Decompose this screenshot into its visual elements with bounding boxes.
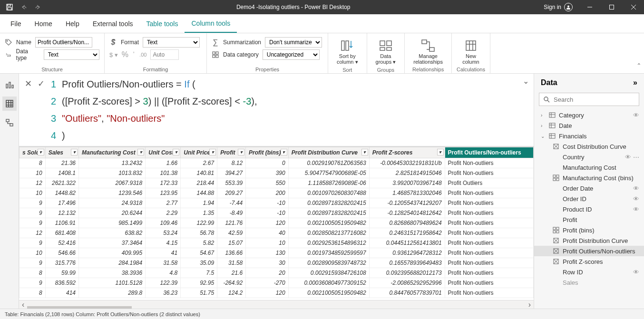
- cell[interactable]: 5.90477547900689E-05: [288, 168, 369, 178]
- cell[interactable]: 9: [20, 238, 46, 248]
- cell[interactable]: 1.46857813302046: [369, 188, 445, 198]
- cell[interactable]: 0.0445112561413801: [369, 238, 445, 248]
- cell[interactable]: 9: [20, 258, 46, 268]
- cell[interactable]: 10: [20, 168, 46, 178]
- cell[interactable]: -270: [246, 278, 289, 288]
- cell[interactable]: 1.94: [181, 198, 217, 208]
- cell[interactable]: Profit Non-outliers: [445, 168, 533, 178]
- field-profit[interactable]: Profit: [534, 214, 644, 225]
- cell[interactable]: Profit Non-outliers: [445, 288, 533, 298]
- cell[interactable]: 124.2: [217, 288, 246, 298]
- cell[interactable]: 92.95: [181, 278, 217, 288]
- cell[interactable]: 315.776: [45, 258, 78, 268]
- table-row[interactable]: 912.13220.62442.291.35-8.49-100.00289718…: [20, 208, 534, 218]
- cell[interactable]: 21.36: [45, 158, 78, 168]
- cancel-formula-icon[interactable]: ✕: [25, 78, 32, 89]
- cell[interactable]: 0.246315171958642: [369, 228, 445, 238]
- formula-editor[interactable]: 1Profit Outliers/Non-outliers = If ( 2 (…: [50, 74, 518, 146]
- cell[interactable]: 2.29: [146, 208, 181, 218]
- menu-home[interactable]: Home: [28, 14, 59, 33]
- data-grid[interactable]: s Sold▾Sales▾Manufacturing Cost▾Unit Cos…: [19, 146, 534, 300]
- cell[interactable]: 836.592: [45, 278, 78, 288]
- cell[interactable]: 3.99200703967148: [369, 178, 445, 188]
- cell[interactable]: Profit Non-outliers: [445, 208, 533, 218]
- table-row[interactable]: 917.49624.93182.771.94-7.44-100.00289718…: [20, 198, 534, 208]
- table-row[interactable]: 8414289.836.2351.75124.21200.00210050519…: [20, 288, 534, 298]
- cell[interactable]: 0.00289718328202415: [288, 208, 369, 218]
- cell[interactable]: 2.8251814915046: [369, 168, 445, 178]
- cell[interactable]: 12.132: [45, 208, 78, 218]
- cell[interactable]: 130: [246, 248, 289, 258]
- field-order-date[interactable]: Order Date👁: [534, 183, 644, 193]
- expand-formula-icon[interactable]: ⌄: [518, 74, 534, 88]
- cell[interactable]: 20.6244: [79, 208, 146, 218]
- cell[interactable]: 0.93612964728312: [369, 248, 445, 258]
- field-cost-dist[interactable]: Cost Distribution Curve: [534, 141, 644, 152]
- column-header[interactable]: Unit Price▾: [181, 147, 217, 158]
- search-box[interactable]: [539, 93, 639, 106]
- cell[interactable]: -0.006453032191831Ub: [369, 158, 445, 168]
- cell[interactable]: 0.00109702608307488: [288, 188, 369, 198]
- cell[interactable]: 0.00285082137716082: [288, 228, 369, 238]
- cell[interactable]: 51.75: [181, 288, 217, 298]
- cell[interactable]: 140.81: [181, 168, 217, 178]
- hidden-icon[interactable]: 👁 ⋯: [625, 154, 639, 161]
- cell[interactable]: 10: [246, 238, 289, 248]
- cell[interactable]: Profit Non-outliers: [445, 248, 533, 258]
- collapse-pane-icon[interactable]: »: [633, 78, 637, 87]
- cell[interactable]: 4.8: [146, 268, 181, 278]
- filter-icon[interactable]: ▾: [38, 149, 44, 155]
- data-groups-button[interactable]: Data groups ▾: [372, 36, 400, 67]
- summarization-select[interactable]: Don't summarize: [265, 37, 322, 48]
- cell[interactable]: 638.82: [79, 228, 146, 238]
- field-profit-outliers[interactable]: Profit Outliers/Non-outliers: [534, 246, 644, 256]
- cell[interactable]: 0: [246, 158, 289, 168]
- table-row[interactable]: 9836.5921101.5128122.3992.95-264.92-2700…: [20, 278, 534, 288]
- redo-icon[interactable]: [33, 2, 43, 12]
- field-profit-bins[interactable]: Profit (bins): [534, 225, 644, 235]
- cell[interactable]: 40: [246, 228, 289, 238]
- hidden-icon[interactable]: 👁: [633, 195, 639, 203]
- cell[interactable]: 9: [20, 218, 46, 228]
- cell[interactable]: 41: [146, 248, 181, 258]
- cell[interactable]: 550: [246, 178, 289, 188]
- cell[interactable]: 8: [20, 268, 46, 278]
- datatype-select[interactable]: Text: [44, 49, 99, 60]
- menu-help[interactable]: Help: [59, 14, 86, 33]
- table-row[interactable]: 101448.821239.546123.95144.88209.272000.…: [20, 188, 534, 198]
- cell[interactable]: 172.33: [146, 178, 181, 188]
- new-column-button[interactable]: New column: [457, 36, 485, 67]
- hidden-icon[interactable]: 👁: [633, 112, 639, 119]
- undo-icon[interactable]: [19, 2, 29, 12]
- cell[interactable]: 38.3936: [79, 268, 146, 278]
- cell[interactable]: Profit Outliers: [445, 178, 533, 188]
- cell[interactable]: 7.5: [181, 268, 217, 278]
- cell[interactable]: 390: [246, 168, 289, 178]
- filter-icon[interactable]: ▾: [437, 149, 444, 155]
- column-header[interactable]: Profit (bins)▾: [246, 147, 289, 158]
- cell[interactable]: 0.0029190761Z063563: [288, 158, 369, 168]
- cell[interactable]: 109.46: [146, 218, 181, 228]
- cell[interactable]: 36.23: [146, 288, 181, 298]
- cell[interactable]: Profit Non-outliers: [445, 238, 533, 248]
- cell[interactable]: -8.49: [217, 208, 246, 218]
- cell[interactable]: 8: [20, 158, 46, 168]
- field-profit-z[interactable]: Profit Z-scores: [534, 256, 644, 267]
- report-view-button[interactable]: [2, 77, 17, 92]
- cell[interactable]: Profit Non-outliers: [445, 158, 533, 168]
- column-name-input[interactable]: [35, 37, 92, 48]
- cell[interactable]: 20: [246, 268, 289, 278]
- cell[interactable]: 553.39: [217, 178, 246, 188]
- field-order-id[interactable]: Order ID👁: [534, 193, 644, 204]
- cell[interactable]: Profit Non-outliers: [445, 268, 533, 278]
- table-row[interactable]: 12681.408638.8253.2456.7842.59400.002850…: [20, 228, 534, 238]
- cell[interactable]: 10: [20, 248, 46, 258]
- column-header[interactable]: s Sold▾: [20, 147, 46, 158]
- menu-external-tools[interactable]: External tools: [86, 14, 140, 33]
- cell[interactable]: Profit Non-outliers: [445, 228, 533, 238]
- column-header[interactable]: Profit Distribution Curve▾: [288, 147, 369, 158]
- cell[interactable]: 985.1499: [79, 218, 146, 228]
- table-row[interactable]: 122621.3222067.9318172.33218.44553.39550…: [20, 178, 534, 188]
- cell[interactable]: 200: [246, 188, 289, 198]
- cell[interactable]: 42.59: [217, 228, 246, 238]
